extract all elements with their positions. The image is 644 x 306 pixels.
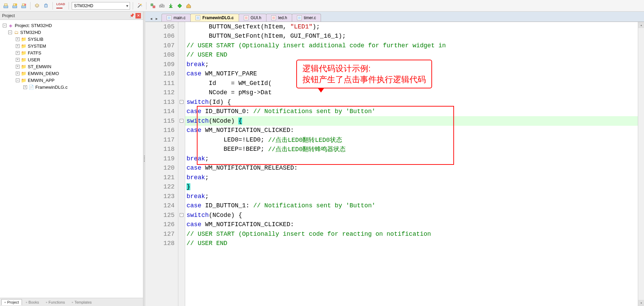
icon-layers[interactable]	[33, 2, 41, 10]
tab-icon: ▫	[46, 300, 47, 304]
expand-icon[interactable]: +	[16, 72, 20, 75]
fold-marker[interactable]: -	[178, 210, 185, 220]
editor-tab[interactable]: GUI.h	[239, 14, 266, 22]
icon-chip[interactable]	[42, 2, 50, 10]
icon-diamond-green[interactable]	[176, 2, 183, 10]
line-number: 110	[145, 69, 178, 79]
editor-tab[interactable]: led.h	[266, 14, 292, 22]
expand-icon[interactable]: −	[8, 30, 12, 34]
expand-icon[interactable]: +	[16, 44, 20, 48]
code-line[interactable]: break;	[185, 192, 644, 201]
line-number: 113	[145, 97, 178, 107]
code-line[interactable]: }	[185, 182, 644, 192]
sidebar-tab[interactable]: ▫Books	[23, 299, 42, 305]
code-line[interactable]: break;	[185, 173, 644, 182]
svg-point-4	[15, 3, 17, 5]
tree-folder[interactable]: + 📁 SYSLIB	[1, 36, 142, 42]
icon-toolbar-1[interactable]	[2, 2, 10, 10]
load-button[interactable]: LOAD▬▬	[56, 2, 66, 10]
code-line[interactable]: switch(NCode) {	[185, 210, 644, 220]
code-line[interactable]: switch(NCode) {	[185, 116, 644, 126]
expand-icon[interactable]: −	[16, 78, 20, 82]
line-number: 105	[145, 22, 178, 32]
code-line[interactable]: case ID_BUTTON_1: // Notifications sent …	[185, 201, 644, 211]
line-number-gutter: 1051061071081091101111121131141151161171…	[145, 22, 178, 306]
tree-target[interactable]: − 🗂 STM32HD	[1, 29, 142, 36]
expand-icon[interactable]: −	[3, 24, 7, 27]
scroll-down-icon[interactable]: ▾	[638, 300, 644, 306]
tab-next-icon[interactable]: ►	[154, 15, 159, 22]
expand-icon[interactable]: +	[16, 58, 20, 62]
file-icon	[244, 15, 249, 20]
code-content[interactable]: 逻辑代码设计示例: 按钮产生了点击事件执行逻辑代码 BUTTON_SetText…	[185, 22, 644, 306]
code-line[interactable]: // USER END	[185, 239, 644, 248]
pin-icon[interactable]: 📌	[129, 13, 135, 19]
icon-home[interactable]	[185, 2, 192, 10]
toolbar-divider	[69, 2, 69, 10]
code-line[interactable]: case WM_NOTIFICATION_CLICKED:	[185, 126, 644, 135]
editor-tab[interactable]: main.c	[162, 14, 191, 22]
code-editor[interactable]: 1051061071081091101111121131141151161171…	[145, 22, 644, 306]
code-line[interactable]: switch(Id) {	[185, 97, 644, 107]
tab-prev-icon[interactable]: ◄	[149, 15, 154, 22]
code-line[interactable]: break;	[185, 154, 644, 163]
code-line[interactable]: BEEP=!BEEP; //点击LED0翻转蜂鸣器状态	[185, 145, 644, 154]
expand-icon[interactable]: +	[16, 51, 20, 55]
code-line[interactable]: LED0=!LED0; //点击LED0翻转LED0状态	[185, 135, 644, 145]
tree-file[interactable]: + 📄 FramewinDLG.c	[1, 84, 142, 90]
code-line[interactable]: // USER END	[185, 50, 644, 60]
line-number: 121	[145, 173, 178, 182]
tree-folder[interactable]: + 📁 EMWIN_DEMO	[1, 70, 142, 77]
line-number: 118	[145, 145, 178, 154]
icon-boxes[interactable]	[158, 2, 166, 10]
tree-root[interactable]: − ◈ Project: STM32HD	[1, 22, 142, 29]
tree-label: SYSTEM	[28, 44, 46, 49]
code-line[interactable]: case WM_NOTIFICATION_CLICKED:	[185, 220, 644, 230]
tree-label: Project: STM32HD	[15, 23, 52, 28]
fold-marker	[178, 201, 185, 211]
editor-tab[interactable]: FramewinDLG.c	[190, 14, 239, 22]
fold-marker[interactable]: -	[178, 97, 185, 107]
annotation-callout: 逻辑代码设计示例: 按钮产生了点击事件执行逻辑代码	[296, 60, 432, 88]
code-line[interactable]: // USER START (Optionally insert code fo…	[185, 229, 644, 239]
expand-icon[interactable]: +	[23, 85, 27, 89]
code-line[interactable]: // USER START (Optionally insert additio…	[185, 41, 644, 50]
tree-label: ST_EMWIN	[28, 64, 51, 69]
icon-download-green[interactable]	[167, 2, 175, 10]
tree-folder[interactable]: + 📁 USER	[1, 56, 142, 63]
sidebar-tab[interactable]: ▫Templates	[69, 299, 95, 305]
line-number: 108	[145, 50, 178, 60]
expand-icon[interactable]: +	[16, 37, 20, 41]
tree-folder[interactable]: + 📁 FATFS	[1, 49, 142, 56]
tab-icon: ▫	[72, 300, 73, 304]
fold-marker[interactable]: -	[178, 116, 185, 126]
fold-marker	[178, 69, 185, 79]
tab-label: Functions	[49, 300, 65, 304]
svg-rect-18	[162, 5, 164, 7]
tab-label: Templates	[74, 300, 92, 304]
editor-tab[interactable]: timer.c	[292, 14, 321, 22]
code-line[interactable]: case WM_NOTIFICATION_RELEASED:	[185, 163, 644, 173]
project-tree[interactable]: − ◈ Project: STM32HD − 🗂 STM32HD + 📁 SYS…	[0, 20, 143, 298]
tree-folder[interactable]: + 📁 ST_EMWIN	[1, 63, 142, 70]
icon-toolbar-2[interactable]	[11, 2, 19, 10]
target-select[interactable]: STM32HD	[72, 2, 130, 10]
file-icon	[297, 15, 302, 20]
icon-toolbar-3[interactable]	[20, 2, 27, 10]
scrollbar[interactable]: ▴ ▾	[638, 22, 644, 306]
sidebar-tab[interactable]: ▫Functions	[43, 299, 68, 305]
folder-icon: 📁	[21, 36, 26, 42]
tree-folder[interactable]: + 📁 SYSTEM	[1, 42, 142, 49]
scroll-up-icon[interactable]: ▴	[638, 22, 644, 28]
code-line[interactable]: NCode = pMsg->Dat	[185, 88, 644, 98]
code-line[interactable]: BUTTON_SetText(hItem, "LED1");	[185, 22, 644, 32]
icon-manage[interactable]	[149, 2, 157, 10]
close-icon[interactable]: ✕	[135, 13, 141, 19]
wand-icon[interactable]	[136, 2, 143, 10]
code-line[interactable]: case ID_BUTTON_0: // Notifications sent …	[185, 107, 644, 117]
code-line[interactable]: BUTTON_SetFont(hItem, GUI_FONT_16_1);	[185, 32, 644, 41]
tree-folder[interactable]: − 📁 EMWIN_APP	[1, 77, 142, 84]
expand-icon[interactable]: +	[16, 65, 20, 69]
project-sidebar: Project 📌 ✕ − ◈ Project: STM32HD − 🗂 STM…	[0, 12, 143, 306]
sidebar-tab[interactable]: ▫Project	[1, 299, 22, 305]
